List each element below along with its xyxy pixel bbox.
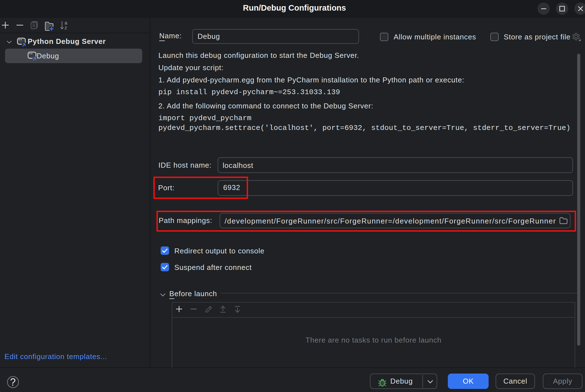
svg-text:z: z (65, 25, 67, 30)
